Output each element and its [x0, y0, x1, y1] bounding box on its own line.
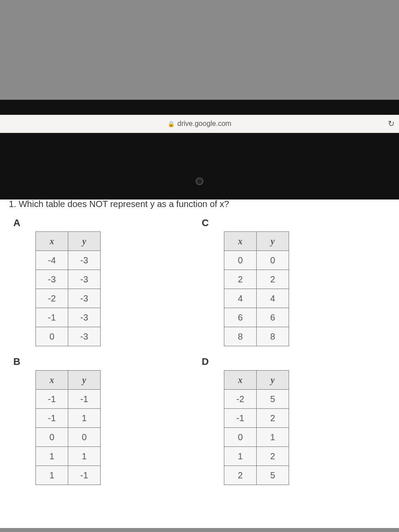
cell: -1	[224, 409, 257, 428]
cell: -1	[36, 390, 68, 409]
option-B: B xy -1-1 -11 00 11 1-1	[13, 356, 202, 485]
cell: -3	[68, 270, 101, 289]
table-B: xy -1-1 -11 00 11 1-1	[35, 370, 101, 485]
th-x: x	[224, 232, 257, 251]
cell: 5	[257, 466, 289, 485]
cell: 2	[224, 270, 257, 289]
cell: -3	[68, 308, 101, 327]
cell: 6	[257, 308, 289, 327]
cell: 6	[224, 308, 257, 327]
document-page: IDENTIFYING FUNCTIONS 1. Which table doe…	[0, 151, 399, 528]
cell: 1	[257, 428, 289, 447]
camera-dot	[196, 177, 203, 185]
th-y: y	[68, 371, 101, 390]
option-C: C xy 00 22 44 66 88	[202, 217, 390, 346]
cell: 1	[224, 447, 257, 466]
option-A: A xy -4-3 -3-3 -2-3 -1-3 0-3	[13, 217, 202, 346]
cell: -3	[68, 289, 101, 308]
cell: -2	[224, 390, 257, 409]
question-text: 1. Which table does NOT represent y as a…	[9, 199, 390, 209]
lock-icon: 🔒	[168, 121, 175, 127]
cell: 1	[68, 409, 101, 428]
cell: -3	[68, 251, 101, 270]
th-y: y	[257, 232, 289, 251]
cell: -3	[68, 327, 101, 346]
cell: 0	[68, 428, 101, 447]
cell: -1	[68, 466, 101, 485]
cell: -2	[36, 289, 68, 308]
th-y: y	[257, 371, 289, 390]
option-D: D xy -25 -12 01 12 25	[202, 356, 390, 485]
label-D: D	[202, 356, 390, 368]
cell: 2	[224, 466, 257, 485]
th-x: x	[36, 232, 68, 251]
url-text: drive.google.com	[177, 120, 231, 128]
th-x: x	[224, 371, 257, 390]
table-D: xy -25 -12 01 12 25	[224, 370, 289, 485]
cell: 2	[257, 270, 289, 289]
cell: -3	[36, 270, 68, 289]
cell: 0	[36, 428, 68, 447]
cell: 0	[224, 428, 257, 447]
cell: -1	[36, 409, 68, 428]
cell: 2	[257, 409, 289, 428]
cell: -1	[68, 390, 101, 409]
th-x: x	[36, 371, 68, 390]
cell: 0	[257, 251, 289, 270]
cell: 4	[224, 289, 257, 308]
table-C: xy 00 22 44 66 88	[224, 231, 289, 346]
cell: 1	[68, 447, 101, 466]
cell: 2	[257, 447, 289, 466]
cell: 8	[224, 327, 257, 346]
cell: 1	[36, 466, 68, 485]
cell: 4	[257, 289, 289, 308]
cell: 5	[257, 390, 289, 409]
label-C: C	[202, 217, 390, 229]
th-y: y	[68, 232, 101, 251]
label-B: B	[13, 356, 202, 368]
label-A: A	[13, 217, 202, 229]
cell: -4	[36, 251, 68, 270]
cell: 0	[36, 327, 68, 346]
reload-icon[interactable]: ↻	[388, 119, 395, 129]
cell: 0	[224, 251, 257, 270]
cell: 8	[257, 327, 289, 346]
cell: -1	[36, 308, 68, 327]
table-A: xy -4-3 -3-3 -2-3 -1-3 0-3	[35, 231, 101, 346]
cell: 1	[36, 447, 68, 466]
address-bar[interactable]: 🔒 drive.google.com ↻	[0, 115, 399, 133]
